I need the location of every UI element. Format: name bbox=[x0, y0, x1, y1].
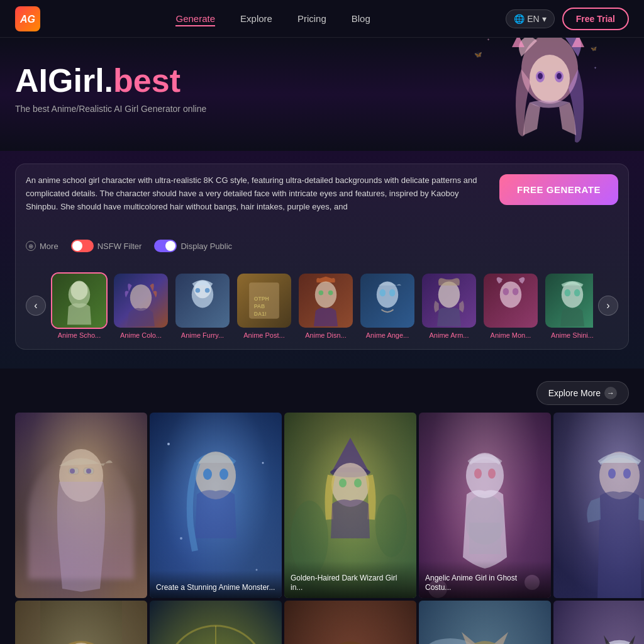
nav-explore[interactable]: Explore bbox=[240, 11, 272, 26]
carousel-items: Anime Scho... bbox=[51, 272, 593, 339]
explore-more-label: Explore More bbox=[548, 388, 601, 398]
gallery-image-r2c5: Create a Tank Pilot Woman Ch... bbox=[553, 601, 644, 644]
carousel-image-7 bbox=[484, 274, 538, 328]
svg-point-42 bbox=[70, 469, 75, 474]
hero-title-girl: Girl. bbox=[48, 62, 113, 99]
carousel-thumb-1 bbox=[113, 272, 169, 329]
list-item[interactable]: Anime Scho... bbox=[51, 272, 108, 339]
nsfw-toggle[interactable] bbox=[71, 240, 94, 252]
gallery-item-r2c5[interactable]: Create a Tank Pilot Woman Ch... bbox=[553, 601, 644, 644]
carousel-thumb-7 bbox=[482, 272, 539, 329]
carousel-image-2 bbox=[175, 274, 230, 328]
gallery-item-r1c4[interactable]: Angelic Anime Girl in Ghost Costu... bbox=[419, 413, 551, 598]
logo[interactable]: AG bbox=[15, 6, 40, 31]
svg-point-56 bbox=[331, 463, 369, 507]
gallery-item-r2c3[interactable] bbox=[284, 601, 416, 644]
gallery-item-r2c1[interactable] bbox=[15, 601, 147, 644]
more-control[interactable]: ⊕ More bbox=[26, 241, 58, 251]
list-item[interactable]: OTPH PAB DA1! Anime Post... bbox=[236, 272, 292, 339]
gallery-item-r1c5[interactable] bbox=[553, 413, 644, 598]
svg-point-12 bbox=[71, 280, 88, 300]
carousel-section: ‹ Anime Scho... bbox=[16, 262, 628, 349]
svg-rect-92 bbox=[419, 601, 551, 644]
gallery-item-r2c4[interactable] bbox=[419, 601, 551, 644]
gallery-image-r2c4 bbox=[419, 601, 551, 644]
list-item[interactable]: Anime Arm... bbox=[421, 272, 477, 339]
svg-point-58 bbox=[354, 479, 362, 487]
svg-text:DA1!: DA1! bbox=[254, 311, 267, 317]
arrow-circle-icon: → bbox=[604, 387, 617, 399]
carousel-label-1: Anime Colo... bbox=[113, 331, 169, 339]
controls-bar: ⊕ More NSFW Filter Display Public bbox=[16, 235, 628, 262]
carousel-next-button[interactable]: › bbox=[598, 296, 618, 316]
list-item[interactable]: Anime Disn... bbox=[297, 272, 354, 339]
logo-icon: AG bbox=[15, 6, 40, 31]
list-item[interactable]: Anime Colo... bbox=[113, 272, 169, 339]
carousel-thumb-8 bbox=[544, 272, 593, 329]
svg-point-43 bbox=[86, 469, 91, 474]
carousel-label-7: Anime Mon... bbox=[482, 331, 539, 339]
gallery-image-r1c3: Golden-Haired Dark Wizard Girl in... bbox=[284, 413, 416, 598]
carousel-prev-button[interactable]: ‹ bbox=[26, 296, 46, 316]
hero-section: 🦋 🦋 ✦ ✦ AIGirl.best The best Anime/Reali… bbox=[0, 38, 644, 151]
svg-point-50 bbox=[203, 469, 212, 480]
explore-header: Explore More → bbox=[15, 381, 629, 405]
gallery-item-r2c2[interactable] bbox=[150, 601, 282, 644]
carousel-image-1 bbox=[114, 274, 168, 328]
display-toggle[interactable] bbox=[154, 240, 177, 252]
gallery-image-r1c5 bbox=[553, 413, 644, 598]
gallery-grid: Create a Stunning Anime Monster... bbox=[15, 413, 629, 644]
svg-point-47 bbox=[180, 537, 182, 540]
carousel-label-6: Anime Arm... bbox=[421, 331, 477, 339]
svg-point-33 bbox=[565, 289, 571, 296]
list-item[interactable]: Anime Ange... bbox=[359, 272, 416, 339]
nav-generate[interactable]: Generate bbox=[175, 11, 215, 26]
nsfw-filter-control[interactable]: NSFW Filter bbox=[71, 240, 142, 252]
carousel-thumb-2 bbox=[174, 272, 231, 329]
generator-card: FREE GENERATE ⊕ More NSFW Filter Display… bbox=[15, 164, 629, 350]
nav-pricing[interactable]: Pricing bbox=[297, 11, 326, 26]
hero-title-best: best bbox=[113, 62, 180, 99]
prompt-input[interactable] bbox=[26, 174, 489, 225]
list-item[interactable]: Anime Furry... bbox=[174, 272, 231, 339]
svg-point-45 bbox=[167, 443, 170, 445]
gallery-image-r2c3 bbox=[284, 601, 416, 644]
carousel-image-5 bbox=[360, 274, 414, 328]
more-label: More bbox=[40, 242, 58, 251]
list-item[interactable]: Anime Shini... bbox=[544, 272, 593, 339]
gallery-image-r2c1 bbox=[15, 601, 147, 644]
nsfw-label: NSFW Filter bbox=[97, 242, 142, 251]
chevron-down-icon: ▾ bbox=[542, 14, 547, 24]
gallery-caption-r1c4: Angelic Anime Girl in Ghost Costu... bbox=[419, 561, 551, 598]
svg-point-30 bbox=[503, 288, 509, 295]
gallery-item-r1c2[interactable]: Create a Stunning Anime Monster... bbox=[150, 413, 282, 598]
carousel-thumb-4 bbox=[297, 272, 354, 329]
svg-text:AG: AG bbox=[19, 14, 35, 25]
free-trial-button[interactable]: Free Trial bbox=[562, 8, 629, 30]
hero-title-ai: AI bbox=[15, 62, 48, 99]
generate-button[interactable]: FREE GENERATE bbox=[499, 174, 618, 205]
svg-point-27 bbox=[389, 289, 396, 296]
explore-more-button[interactable]: Explore More → bbox=[536, 381, 629, 405]
svg-text:🦋: 🦋 bbox=[591, 45, 597, 52]
list-item[interactable]: Anime Mon... bbox=[482, 272, 539, 339]
display-public-control[interactable]: Display Public bbox=[154, 240, 232, 252]
svg-point-34 bbox=[574, 289, 580, 296]
svg-text:OTPH: OTPH bbox=[254, 296, 269, 302]
svg-point-29 bbox=[500, 281, 521, 308]
carousel-label-4: Anime Disn... bbox=[297, 331, 354, 339]
nav-blog[interactable]: Blog bbox=[352, 11, 370, 26]
svg-point-70 bbox=[623, 469, 631, 479]
gallery-item-r1c3[interactable]: Golden-Haired Dark Wizard Girl in... bbox=[284, 413, 416, 598]
carousel-label-8: Anime Shini... bbox=[544, 331, 593, 339]
gallery-caption-r1c2: Create a Stunning Anime Monster... bbox=[150, 570, 282, 598]
language-selector[interactable]: 🌐 EN ▾ bbox=[506, 9, 554, 28]
svg-point-46 bbox=[262, 462, 264, 464]
main-nav: Generate Explore Pricing Blog bbox=[175, 11, 370, 26]
svg-point-66 bbox=[488, 469, 496, 479]
svg-rect-88 bbox=[284, 601, 416, 644]
carousel-label-3: Anime Post... bbox=[236, 331, 292, 339]
gallery-item-r1c1[interactable] bbox=[15, 413, 147, 598]
carousel-image-6 bbox=[422, 274, 476, 328]
header-actions: 🌐 EN ▾ Free Trial bbox=[506, 8, 629, 30]
